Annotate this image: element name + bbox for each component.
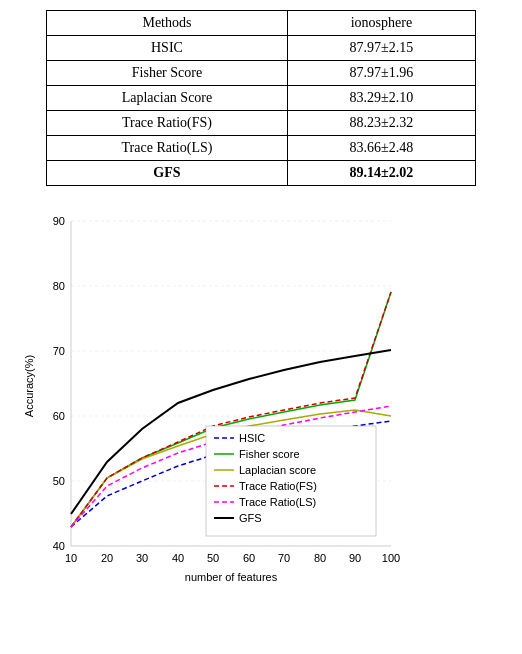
method-name: Laplacian Score [47,86,288,111]
legend-hsic-label: HSIC [239,432,265,444]
col-ionosphere: ionosphere [287,11,475,36]
table-row: HSIC 87.97±2.15 [47,36,476,61]
legend-gfs-label: GFS [239,512,262,524]
x-axis-label: number of features [185,571,278,583]
x-tick: 40 [172,552,184,564]
x-tick: 30 [136,552,148,564]
col-methods: Methods [47,11,288,36]
table-row: Laplacian Score 83.29±2.10 [47,86,476,111]
x-tick: 50 [207,552,219,564]
x-tick: 20 [101,552,113,564]
y-tick: 70 [53,345,65,357]
line-chart: 40 50 60 70 80 90 10 20 30 40 50 60 70 8… [21,206,501,596]
table-row: Trace Ratio(LS) 83.66±2.48 [47,136,476,161]
x-tick: 80 [314,552,326,564]
method-value: 89.14±2.02 [287,161,475,186]
method-value: 88.23±2.32 [287,111,475,136]
table-row: Trace Ratio(FS) 88.23±2.32 [47,111,476,136]
x-tick: 100 [382,552,400,564]
legend-tracels-label: Trace Ratio(LS) [239,496,316,508]
table-row-last: GFS 89.14±2.02 [47,161,476,186]
y-tick: 80 [53,280,65,292]
method-value: 83.29±2.10 [287,86,475,111]
y-tick: 50 [53,475,65,487]
y-tick: 90 [53,215,65,227]
chart-container: 40 50 60 70 80 90 10 20 30 40 50 60 70 8… [21,206,501,596]
y-tick: 60 [53,410,65,422]
table-header-row: Methods ionosphere [47,11,476,36]
x-tick: 10 [65,552,77,564]
method-value: 87.97±1.96 [287,61,475,86]
page-container: Methods ionosphere HSIC 87.97±2.15 Fishe… [0,0,522,606]
method-name: HSIC [47,36,288,61]
legend-laplacian-label: Laplacian score [239,464,316,476]
legend-fisher-label: Fisher score [239,448,300,460]
method-name: GFS [47,161,288,186]
method-name: Fisher Score [47,61,288,86]
method-name: Trace Ratio(LS) [47,136,288,161]
legend-tracefs-label: Trace Ratio(FS) [239,480,317,492]
y-tick: 40 [53,540,65,552]
x-tick: 60 [243,552,255,564]
method-value: 87.97±2.15 [287,36,475,61]
method-value: 83.66±2.48 [287,136,475,161]
x-tick: 70 [278,552,290,564]
x-tick: 90 [349,552,361,564]
y-axis-label: Accuracy(%) [23,355,35,417]
method-name: Trace Ratio(FS) [47,111,288,136]
results-table: Methods ionosphere HSIC 87.97±2.15 Fishe… [46,10,476,186]
table-row: Fisher Score 87.97±1.96 [47,61,476,86]
